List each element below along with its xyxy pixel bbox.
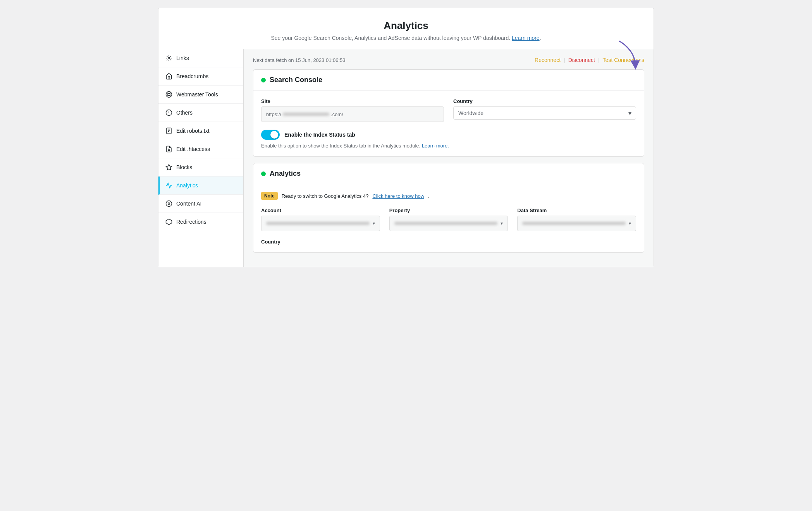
sidebar-item-webmaster-tools[interactable]: Webmaster Tools bbox=[158, 86, 243, 104]
search-console-card: Search Console Site https:// .com/ bbox=[253, 69, 644, 157]
country-select[interactable]: WorldwideUnited StatesUnited Kingdom bbox=[453, 106, 636, 120]
disconnect-link[interactable]: Disconnect bbox=[568, 57, 595, 63]
redirections-icon bbox=[165, 218, 172, 225]
sidebar-item-links-label: Links bbox=[176, 55, 189, 61]
sidebar-item-redirections[interactable]: Redirections bbox=[158, 213, 243, 231]
sidebar-item-others-label: Others bbox=[176, 110, 193, 116]
sidebar-item-analytics[interactable]: Analytics bbox=[158, 177, 243, 195]
next-fetch-text: Next data fetch on 15 Jun, 2023 01:06:53 bbox=[253, 57, 346, 63]
toggle-learn-more-link[interactable]: Learn more. bbox=[422, 143, 449, 149]
sidebar-item-links[interactable]: Links bbox=[158, 49, 243, 67]
analytics-icon bbox=[165, 182, 172, 189]
sidebar-item-content-ai-label: Content AI bbox=[176, 201, 201, 207]
others-icon bbox=[165, 109, 172, 116]
search-console-body: Site https:// .com/ Country WorldwideUni… bbox=[253, 91, 644, 156]
data-stream-label: Data Stream bbox=[517, 207, 636, 213]
data-stream-blurred-bar bbox=[522, 222, 626, 225]
sidebar-item-others[interactable]: Others bbox=[158, 104, 243, 122]
search-console-header: Search Console bbox=[253, 70, 644, 91]
sidebar-item-blocks[interactable]: Blocks bbox=[158, 158, 243, 177]
site-label: Site bbox=[261, 98, 444, 104]
svg-marker-19 bbox=[166, 219, 172, 225]
sidebar-item-webmaster-tools-label: Webmaster Tools bbox=[176, 91, 218, 98]
sidebar-item-content-ai[interactable]: Content AI bbox=[158, 195, 243, 213]
analytics-card: Analytics Note Ready to switch to Google… bbox=[253, 163, 644, 253]
sidebar-item-blocks-label: Blocks bbox=[176, 164, 192, 170]
country-field-group: Country WorldwideUnited StatesUnited Kin… bbox=[453, 98, 636, 122]
data-stream-field-group: Data Stream ▾ bbox=[517, 207, 636, 231]
country-select-wrapper[interactable]: WorldwideUnited StatesUnited Kingdom bbox=[453, 106, 636, 120]
toggle-label: Enable the Index Status tab bbox=[284, 132, 355, 138]
index-status-toggle[interactable] bbox=[261, 130, 280, 140]
index-status-toggle-row: Enable the Index Status tab bbox=[261, 130, 636, 140]
note-link[interactable]: Click here to know how bbox=[372, 193, 424, 199]
page-title: Analytics bbox=[166, 20, 646, 32]
svg-point-0 bbox=[168, 57, 170, 59]
sidebar-item-edit-robots-label: Edit robots.txt bbox=[176, 128, 210, 134]
toggle-track bbox=[261, 130, 280, 140]
svg-line-6 bbox=[167, 95, 168, 96]
sidebar-item-breadcrumbs-label: Breadcrumbs bbox=[176, 73, 208, 79]
edit-robots-icon bbox=[165, 127, 172, 134]
sidebar-item-edit-htaccess-label: Edit .htaccess bbox=[176, 146, 210, 152]
sidebar-item-edit-htaccess[interactable]: Edit .htaccess bbox=[158, 140, 243, 158]
search-console-title: Search Console bbox=[270, 76, 322, 84]
svg-marker-16 bbox=[166, 165, 172, 170]
property-chevron-icon: ▾ bbox=[501, 221, 503, 226]
property-blurred-bar bbox=[394, 222, 498, 225]
svg-point-2 bbox=[168, 93, 170, 96]
site-country-row: Site https:// .com/ Country WorldwideUni… bbox=[261, 98, 636, 122]
toggle-thumb bbox=[270, 131, 278, 139]
analytics-section-title: Analytics bbox=[270, 170, 301, 178]
analytics-fields-row: Account ▾ Property ▾ bbox=[261, 207, 636, 231]
page-header: Analytics See your Google Search Console… bbox=[158, 8, 654, 49]
arrow-annotation bbox=[611, 37, 642, 72]
svg-line-5 bbox=[170, 93, 171, 94]
analytics-section-header: Analytics bbox=[253, 163, 644, 184]
sidebar-item-redirections-label: Redirections bbox=[176, 219, 206, 225]
property-select[interactable]: ▾ bbox=[389, 216, 508, 231]
account-select[interactable]: ▾ bbox=[261, 216, 380, 231]
top-bar: Next data fetch on 15 Jun, 2023 01:06:53… bbox=[253, 57, 644, 63]
svg-line-3 bbox=[167, 93, 168, 94]
site-input-wrapper: https:// .com/ bbox=[261, 106, 444, 122]
content-ai-icon bbox=[165, 200, 172, 207]
sidebar-item-breadcrumbs[interactable]: Breadcrumbs bbox=[158, 67, 243, 86]
data-stream-chevron-icon: ▾ bbox=[629, 221, 631, 226]
svg-point-18 bbox=[168, 203, 170, 205]
property-label: Property bbox=[389, 207, 508, 213]
data-stream-select[interactable]: ▾ bbox=[517, 216, 636, 231]
reconnect-link[interactable]: Reconnect bbox=[535, 57, 561, 63]
search-console-status-dot bbox=[261, 78, 266, 82]
toggle-desc: Enable this option to show the Index Sta… bbox=[261, 143, 636, 149]
sidebar-item-edit-robots[interactable]: Edit robots.txt bbox=[158, 122, 243, 140]
main-layout: Links Breadcrumbs Webmaster Tools bbox=[158, 49, 654, 267]
separator-1: | bbox=[564, 57, 565, 63]
breadcrumbs-icon bbox=[165, 73, 172, 80]
account-chevron-icon: ▾ bbox=[373, 221, 375, 226]
links-icon bbox=[165, 55, 172, 62]
page-container: Analytics See your Google Search Console… bbox=[158, 8, 654, 267]
page-subtitle: See your Google Search Console, Analytic… bbox=[166, 35, 646, 41]
note-badge: Note bbox=[261, 192, 278, 200]
note-bar: Note Ready to switch to Google Analytics… bbox=[261, 192, 636, 200]
account-blurred-bar bbox=[266, 222, 370, 225]
main-content: Next data fetch on 15 Jun, 2023 01:06:53… bbox=[244, 49, 654, 267]
country-label: Country bbox=[453, 98, 636, 104]
analytics-country-label: Country bbox=[261, 239, 362, 245]
analytics-status-dot bbox=[261, 171, 266, 176]
blocks-icon bbox=[165, 164, 172, 171]
note-text: Ready to switch to Google Analytics 4? bbox=[282, 193, 369, 199]
edit-htaccess-icon bbox=[165, 146, 172, 153]
separator-2: | bbox=[598, 57, 600, 63]
account-field-group: Account ▾ bbox=[261, 207, 380, 231]
sidebar: Links Breadcrumbs Webmaster Tools bbox=[158, 49, 244, 267]
analytics-country-group: Country bbox=[261, 239, 362, 245]
svg-point-17 bbox=[166, 201, 172, 207]
site-field-group: Site https:// .com/ bbox=[261, 98, 444, 122]
svg-line-4 bbox=[170, 95, 171, 96]
property-field-group: Property ▾ bbox=[389, 207, 508, 231]
header-learn-more-link[interactable]: Learn more bbox=[512, 35, 540, 41]
site-blurred bbox=[283, 113, 329, 116]
account-label: Account bbox=[261, 207, 380, 213]
